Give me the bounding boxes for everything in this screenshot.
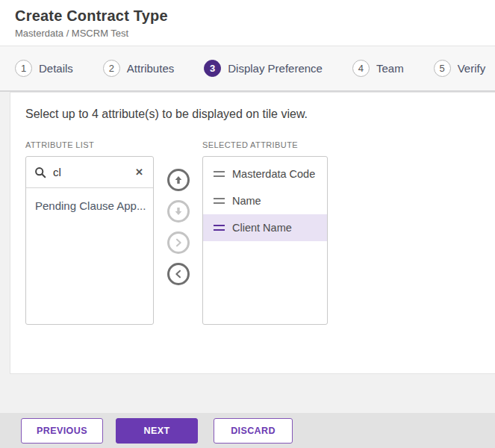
attribute-panels: ATTRIBUTE LIST ✕ bbox=[25, 140, 480, 325]
clear-search-icon[interactable]: ✕ bbox=[133, 165, 146, 179]
drag-handle-icon[interactable] bbox=[214, 225, 225, 231]
wizard-footer-bar: PREVIOUS NEXT DISCARD bbox=[0, 413, 495, 448]
step-number-badge-active: 3 bbox=[204, 60, 221, 77]
page-title: Create Contract Type bbox=[15, 7, 480, 25]
attribute-list-panel: ✕ Pending Clause App... bbox=[25, 156, 154, 325]
search-icon bbox=[34, 167, 46, 178]
selected-attribute-row[interactable]: Name bbox=[203, 187, 327, 214]
step-details[interactable]: 1 Details bbox=[15, 60, 73, 77]
attribute-search-input[interactable] bbox=[53, 166, 133, 178]
attribute-search-row: ✕ bbox=[26, 157, 153, 188]
display-preference-card: Select up to 4 attribute(s) to be displa… bbox=[10, 92, 495, 374]
step-display-preference[interactable]: 3 Display Preference bbox=[204, 60, 323, 77]
step-label: Attributes bbox=[127, 62, 174, 75]
attribute-list-column: ATTRIBUTE LIST ✕ bbox=[25, 140, 154, 325]
previous-button[interactable]: PREVIOUS bbox=[21, 418, 103, 444]
move-right-button[interactable] bbox=[167, 231, 190, 254]
step-verify[interactable]: 5 Verify bbox=[434, 60, 486, 77]
drag-handle-icon[interactable] bbox=[214, 171, 225, 177]
selected-attribute-label: Client Name bbox=[232, 222, 292, 234]
step-label: Display Preference bbox=[228, 62, 323, 75]
step-number-badge: 2 bbox=[103, 60, 120, 77]
selected-attribute-label: Name bbox=[232, 195, 261, 207]
chevron-right-icon bbox=[172, 237, 184, 249]
wizard-steps-bar: 1 Details 2 Attributes 3 Display Prefere… bbox=[0, 46, 495, 92]
step-label: Details bbox=[39, 62, 73, 75]
step-team[interactable]: 4 Team bbox=[352, 60, 404, 77]
drag-handle-icon[interactable] bbox=[214, 198, 225, 204]
step-attributes[interactable]: 2 Attributes bbox=[103, 60, 174, 77]
arrow-up-icon bbox=[172, 174, 184, 186]
step-number-badge: 5 bbox=[434, 60, 451, 77]
content-background: Select up to 4 attribute(s) to be displa… bbox=[0, 92, 495, 413]
selected-attribute-row-highlighted[interactable]: Client Name bbox=[203, 214, 327, 241]
attribute-list-heading: ATTRIBUTE LIST bbox=[25, 140, 154, 149]
next-button[interactable]: NEXT bbox=[116, 418, 198, 444]
attribute-list: Pending Clause App... bbox=[26, 188, 153, 218]
selected-attribute-heading: SELECTED ATTRIBUTE bbox=[202, 140, 328, 149]
transfer-arrows-column bbox=[154, 140, 202, 285]
selected-attribute-label: Masterdata Code bbox=[232, 168, 315, 180]
attribute-list-item[interactable]: Pending Clause App... bbox=[26, 193, 153, 218]
discard-button[interactable]: DISCARD bbox=[214, 418, 293, 444]
step-number-badge: 1 bbox=[15, 60, 32, 77]
arrow-down-icon bbox=[172, 205, 184, 217]
step-label: Verify bbox=[458, 62, 486, 75]
move-up-button[interactable] bbox=[167, 169, 190, 191]
move-left-button[interactable] bbox=[167, 263, 190, 285]
selected-attribute-panel: Masterdata Code Name Client Name bbox=[202, 156, 328, 325]
create-contract-type-screen: Create Contract Type Masterdata / MSCRM … bbox=[0, 0, 495, 448]
selected-attribute-row[interactable]: Masterdata Code bbox=[203, 161, 327, 187]
instruction-text: Select up to 4 attribute(s) to be displa… bbox=[25, 108, 480, 121]
step-number-badge: 4 bbox=[352, 60, 370, 77]
selected-attribute-column: SELECTED ATTRIBUTE Masterdata Code Name bbox=[202, 140, 328, 325]
move-down-button[interactable] bbox=[167, 200, 190, 223]
step-label: Team bbox=[376, 62, 404, 75]
breadcrumb: Masterdata / MSCRM Test bbox=[15, 28, 480, 39]
page-header: Create Contract Type Masterdata / MSCRM … bbox=[0, 0, 495, 46]
chevron-left-icon bbox=[172, 268, 184, 280]
